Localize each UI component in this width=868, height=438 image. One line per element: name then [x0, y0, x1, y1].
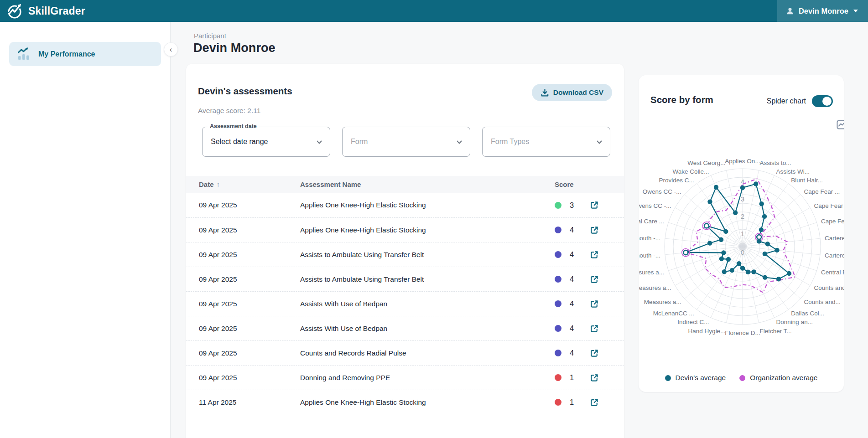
assessment-date: 09 Apr 2025 — [199, 251, 300, 259]
table-row: 09 Apr 2025 Assists With Use of Bedpan 4 — [186, 291, 624, 316]
svg-text:Cartere: Cartere — [825, 252, 844, 259]
assessment-date: 09 Apr 2025 — [199, 374, 300, 382]
svg-text:Donning an...: Donning an... — [776, 319, 813, 325]
assessments-card: Devin's assessments Download CSV Average… — [186, 64, 624, 438]
assessment-name: Applies One Knee-High Elastic Stocking — [300, 226, 555, 234]
sort-ascending-icon: ↑ — [217, 180, 220, 188]
table-row: 09 Apr 2025 Donning and Removing PPE 1 — [186, 365, 624, 390]
legend-dot — [739, 375, 745, 381]
score-dot — [555, 325, 561, 332]
sidebar: My Performance — [0, 22, 171, 438]
assessment-name: Applies One Knee-High Elastic Stocking — [300, 398, 555, 407]
svg-text:Applies On...: Applies On... — [725, 158, 760, 165]
table-row: 09 Apr 2025 Counts and Records Radial Pu… — [186, 340, 624, 365]
svg-text:ral Care ...: ral Care ... — [639, 218, 664, 225]
score-by-form-title: Score by form — [650, 94, 713, 105]
svg-text:Cape Fea: Cape Fea — [821, 218, 844, 225]
svg-text:4: 4 — [741, 178, 744, 186]
open-assessment-icon[interactable] — [590, 299, 599, 309]
brand-name: SkillGrader — [28, 5, 85, 17]
assessment-name: Assists to Ambulate Using Transfer Belt — [300, 275, 555, 283]
assessment-date-value: Select date range — [211, 138, 268, 146]
table-row: 09 Apr 2025 Applies One Knee-High Elasti… — [186, 193, 624, 217]
score-value: 4 — [570, 250, 579, 259]
chevron-down-icon — [595, 138, 604, 147]
chart-legend: Devin's average Organization average — [639, 374, 844, 382]
svg-text:Cape Fear ...: Cape Fear ... — [804, 188, 840, 195]
sidebar-item-my-performance[interactable]: My Performance — [9, 42, 161, 66]
download-csv-button[interactable]: Download CSV — [532, 84, 612, 101]
sidebar-collapse-button[interactable]: ‹ — [164, 42, 178, 57]
open-assessment-icon[interactable] — [590, 373, 599, 382]
score-dot — [555, 399, 561, 406]
svg-text:nouth -...: nouth -... — [639, 235, 660, 242]
svg-text:Cape Fear: Cape Fear — [814, 202, 843, 209]
form-types-select[interactable]: Form Types — [482, 127, 610, 157]
svg-text:Cartere: Cartere — [825, 235, 844, 242]
svg-text:leasures a...: leasures a... — [639, 284, 671, 291]
open-assessment-icon[interactable] — [590, 250, 599, 259]
assessments-table-body: 09 Apr 2025 Applies One Knee-High Elasti… — [186, 193, 624, 414]
chevron-down-icon — [315, 138, 324, 147]
open-assessment-icon[interactable] — [590, 349, 599, 358]
user-menu[interactable]: Devin Monroe — [777, 0, 868, 22]
open-assessment-icon[interactable] — [590, 226, 599, 235]
assessment-date: 09 Apr 2025 — [199, 300, 300, 308]
table-row: 11 Apr 2025 Applies One Knee-High Elasti… — [186, 390, 624, 414]
form-select[interactable]: Form — [342, 127, 470, 157]
expand-chart-icon[interactable] — [837, 120, 844, 129]
svg-text:Assists to...: Assists to... — [760, 160, 791, 166]
brand-logo[interactable]: SkillGrader — [6, 2, 85, 20]
svg-text:Provides C...: Provides C... — [659, 177, 694, 184]
assessment-name: Assists to Ambulate Using Transfer Belt — [300, 251, 555, 259]
assessment-date: 09 Apr 2025 — [199, 226, 300, 234]
legend-item-organization-average[interactable]: Organization average — [739, 374, 817, 382]
form-types-placeholder: Form Types — [491, 138, 529, 146]
skillgrader-logo-icon — [6, 2, 24, 20]
open-assessment-icon[interactable] — [590, 201, 599, 210]
svg-text:Indirect C...: Indirect C... — [677, 319, 709, 325]
assessment-date: 09 Apr 2025 — [199, 201, 300, 209]
table-header: Date ↑ Assessment Name Score — [186, 176, 624, 193]
spider-chart-toggle-label: Spider chart — [767, 97, 806, 105]
svg-text:Blunt Hair...: Blunt Hair... — [791, 177, 823, 184]
open-assessment-icon[interactable] — [590, 324, 599, 333]
score-value: 4 — [570, 226, 579, 234]
svg-text:Counts and...: Counts and... — [804, 299, 840, 305]
svg-text:Hand Hygie...: Hand Hygie... — [688, 328, 726, 335]
assessment-name: Counts and Records Radial Pulse — [300, 349, 555, 357]
column-header-date[interactable]: Date ↑ — [199, 180, 300, 188]
assessment-name: Donning and Removing PPE — [300, 374, 555, 382]
page-title: Devin Monroe — [193, 41, 275, 55]
download-csv-label: Download CSV — [553, 88, 603, 97]
open-assessment-icon[interactable] — [590, 398, 599, 407]
score-dot — [555, 300, 561, 307]
sidebar-item-label: My Performance — [38, 50, 95, 58]
assessment-name: Applies One Knee-High Elastic Stocking — [300, 201, 555, 209]
table-row: 09 Apr 2025 Applies One Knee-High Elasti… — [186, 217, 624, 242]
svg-text:wens CC -...: wens CC -... — [639, 202, 671, 209]
legend-label: Devin's average — [676, 374, 726, 382]
score-dot — [555, 227, 561, 233]
score-value: 4 — [570, 299, 579, 308]
score-dot — [555, 374, 561, 381]
svg-text:Fletcher T...: Fletcher T... — [760, 328, 792, 335]
breadcrumb: Participant — [194, 32, 226, 40]
performance-chart-icon — [17, 47, 31, 61]
svg-text:asures a...: asures a... — [639, 269, 664, 276]
score-dot — [555, 276, 561, 283]
svg-text:3: 3 — [741, 195, 744, 203]
chevron-down-icon — [455, 138, 464, 147]
svg-text:McLenanCC ...: McLenanCC ... — [653, 310, 694, 317]
legend-dot — [665, 375, 671, 381]
legend-item-devins-average[interactable]: Devin's average — [665, 374, 726, 382]
svg-text:Florence D...: Florence D... — [725, 330, 760, 336]
svg-text:2: 2 — [741, 212, 744, 220]
open-assessment-icon[interactable] — [590, 275, 599, 284]
assessment-name: Assists With Use of Bedpan — [300, 300, 555, 308]
assessment-date-label: Assessment date — [208, 123, 259, 129]
svg-text:Dallas Col...: Dallas Col... — [791, 310, 824, 317]
chevron-down-icon — [853, 10, 858, 12]
spider-chart-toggle[interactable] — [812, 95, 833, 107]
assessment-date-select[interactable]: Assessment date Select date range — [202, 127, 330, 157]
